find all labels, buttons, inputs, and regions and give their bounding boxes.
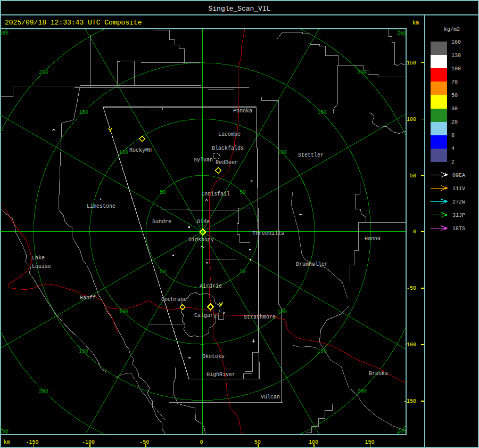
svg-text:150: 150 [317,348,327,354]
svg-text:50: 50 [160,190,166,196]
svg-text:Ponoka: Ponoka [233,108,252,114]
svg-text:Sundre: Sundre [152,219,171,225]
svg-text:100: 100 [407,117,416,123]
svg-text:Strathmore: Strathmore [244,314,276,320]
svg-text:100: 100 [277,309,287,315]
svg-text:200: 200 [39,70,48,76]
svg-text:200: 200 [39,388,48,394]
svg-text:*: * [250,180,253,186]
svg-text:-100: -100 [403,342,416,348]
svg-text:HighRiver: HighRiver [207,372,235,378]
svg-text:31JP: 31JP [452,213,465,218]
svg-text:Blackfalds: Blackfalds [212,145,244,151]
svg-text:250: 250 [397,30,407,36]
svg-text:200: 200 [357,70,367,76]
svg-text:-50: -50 [139,439,149,445]
svg-text:Vulcan: Vulcan [261,394,280,400]
svg-text:4: 4 [451,146,455,152]
svg-text:50: 50 [240,269,246,275]
svg-text:RockyMH: RockyMH [129,148,152,153]
svg-text:Lake: Lake [32,255,45,261]
svg-text:111V: 111V [452,186,465,192]
svg-text:100: 100 [309,439,318,445]
svg-text:kg/m2: kg/m2 [444,27,460,32]
svg-text:150: 150 [79,348,88,354]
svg-text:0: 0 [200,439,203,445]
svg-text:18TS: 18TS [452,226,465,232]
svg-text:Limestone: Limestone [87,203,115,209]
svg-text:50: 50 [160,269,166,275]
svg-text:50: 50 [240,190,246,196]
svg-text:50: 50 [254,439,261,445]
svg-text:150: 150 [365,439,374,445]
svg-text:150: 150 [79,110,88,116]
svg-text:Hanna: Hanna [365,236,381,242]
svg-text:*: * [99,198,102,204]
svg-text:50: 50 [410,173,416,179]
svg-text:150: 150 [407,60,416,66]
svg-text:200: 200 [357,388,367,394]
svg-text:150: 150 [317,110,327,116]
svg-text:50: 50 [451,93,458,99]
svg-text:ThreeHills: ThreeHills [252,231,284,237]
svg-text:-100: -100 [82,439,95,445]
svg-text:Lacombe: Lacombe [218,132,241,137]
svg-text:250: 250 [0,30,9,36]
svg-text:70: 70 [451,79,458,85]
svg-text:Olds: Olds [197,219,210,225]
svg-text:-150: -150 [403,398,416,404]
svg-text:0: 0 [413,229,416,235]
svg-text:8: 8 [451,133,455,139]
svg-text:2025/09/18 12:33:43 UTC Compos: 2025/09/18 12:33:43 UTC Composite [5,19,142,27]
svg-text:km: km [4,439,10,445]
svg-text:Sylvan: Sylvan [194,157,213,163]
svg-text:250: 250 [0,428,9,434]
svg-text:20: 20 [451,119,458,125]
svg-text:Didsbury: Didsbury [188,237,214,243]
svg-text:09EA: 09EA [452,173,465,178]
svg-text:130: 130 [451,53,461,59]
svg-text:Cochrane: Cochrane [161,297,187,303]
svg-text:30: 30 [451,106,458,112]
svg-text:km: km [412,20,419,26]
svg-text:Single_Scan_VIL: Single_Scan_VIL [208,5,270,13]
svg-text:Brooks: Brooks [369,371,388,377]
svg-text:160: 160 [451,39,461,45]
svg-text:-150: -150 [26,439,39,445]
svg-text:Drumheller: Drumheller [296,262,328,267]
svg-text:27ZW: 27ZW [452,199,465,205]
svg-text:-50: -50 [407,286,416,291]
svg-text:Airdrie: Airdrie [200,283,222,289]
svg-text:Banff: Banff [80,295,96,301]
svg-text:250: 250 [397,428,407,434]
svg-text:100: 100 [119,309,128,315]
svg-text:2: 2 [451,159,455,165]
svg-text:Okotoks: Okotoks [202,354,225,360]
svg-text:100: 100 [119,150,128,156]
svg-text:100: 100 [277,150,287,156]
svg-text:Innisfail: Innisfail [201,191,230,197]
svg-text:Calgary: Calgary [194,313,217,319]
svg-text:RedDeer: RedDeer [216,160,238,166]
svg-text:100: 100 [451,66,461,72]
svg-text:Louise: Louise [32,264,51,270]
svg-text:Stettler: Stettler [298,152,324,158]
